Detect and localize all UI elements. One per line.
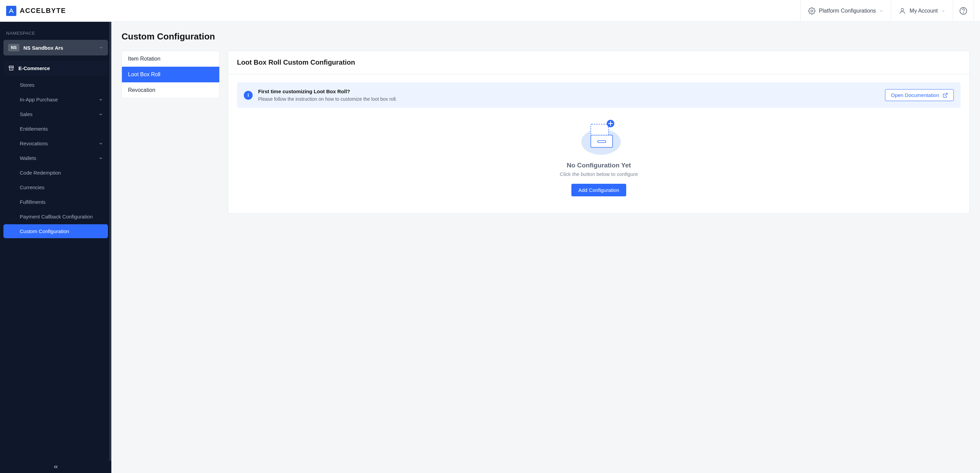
open-documentation-label: Open Documentation <box>891 92 939 98</box>
sidebar-item-label: Revocations <box>20 141 48 146</box>
my-account-menu[interactable]: My Account <box>891 0 953 22</box>
sidebar-item-custom-configuration[interactable]: Custom Configuration <box>3 224 108 238</box>
info-title: First time customizing Loot Box Roll? <box>258 89 880 94</box>
sidebar-item-label: Wallets <box>20 155 37 161</box>
sidebar-item-label: Fulfillments <box>20 199 46 205</box>
info-description: Please follow the instruction on how to … <box>258 96 880 102</box>
empty-state-description: Click the button below to configure <box>235 171 963 177</box>
help-button[interactable] <box>953 0 974 22</box>
tab-item-rotation[interactable]: Item Rotation <box>122 51 219 67</box>
sidebar-item-label: Entitlements <box>20 126 48 132</box>
sidebar-item-label: In-App Purchase <box>20 97 58 102</box>
sidebar-item-label: Payment Callback Configuration <box>20 214 92 219</box>
user-icon <box>899 7 906 14</box>
svg-point-3 <box>963 12 963 13</box>
sidebar-item-revocations[interactable]: Revocations <box>3 137 108 151</box>
sidebar-item-label: Custom Configuration <box>20 229 69 234</box>
sidebar-section-ecommerce: E-Commerce <box>3 60 108 76</box>
sidebar-item-payment-callback-configuration[interactable]: Payment Callback Configuration <box>3 210 108 224</box>
tab-revocation[interactable]: Revocation <box>122 83 219 98</box>
svg-rect-7 <box>591 124 608 135</box>
external-link-icon <box>943 92 948 98</box>
empty-state-title: No Configuration Yet <box>235 162 963 169</box>
sidebar-scrollbar[interactable] <box>109 22 111 461</box>
sidebar-item-label: Sales <box>20 111 33 117</box>
chevron-down-icon <box>99 141 103 146</box>
sidebar: NAMESPACE NS NS Sandbox Ars E-Commerce S… <box>0 22 111 473</box>
chevron-down-icon <box>99 156 103 160</box>
gear-icon <box>808 7 816 14</box>
svg-point-0 <box>811 10 813 12</box>
add-configuration-button[interactable]: Add Configuration <box>571 184 626 196</box>
my-account-label: My Account <box>910 8 938 14</box>
namespace-selector[interactable]: NS NS Sandbox Ars <box>3 40 108 56</box>
sidebar-item-label: Code Redemption <box>20 170 61 176</box>
sidebar-item-entitlements[interactable]: Entitlements <box>3 122 108 136</box>
svg-line-4 <box>945 93 947 95</box>
sidebar-section-header-ecommerce[interactable]: E-Commerce <box>3 60 108 76</box>
empty-illustration <box>575 118 623 156</box>
platform-configurations-menu[interactable]: Platform Configurations <box>800 0 891 22</box>
sidebar-item-in-app-purchase[interactable]: In-App Purchase <box>3 92 108 106</box>
platform-configurations-label: Platform Configurations <box>819 8 876 14</box>
chevron-down-icon <box>99 97 103 102</box>
namespace-badge: NS <box>8 44 19 51</box>
empty-state: No Configuration Yet Click the button be… <box>228 108 969 213</box>
sidebar-item-code-redemption[interactable]: Code Redemption <box>3 166 108 180</box>
main-content: Custom Configuration Item RotationLoot B… <box>111 22 980 473</box>
sidebar-item-wallets[interactable]: Wallets <box>3 151 108 165</box>
chevron-down-icon <box>879 9 883 13</box>
content-title: Loot Box Roll Custom Configuration <box>237 59 961 67</box>
chevron-double-left-icon <box>53 464 59 470</box>
sidebar-item-label: Stores <box>20 82 34 88</box>
help-icon <box>959 7 967 15</box>
sidebar-section-label: E-Commerce <box>18 65 50 71</box>
open-documentation-button[interactable]: Open Documentation <box>885 89 954 101</box>
sidebar-item-stores[interactable]: Stores <box>3 78 108 92</box>
info-banner: i First time customizing Loot Box Roll? … <box>237 83 961 108</box>
brand-text: ACCELBYTE <box>20 7 66 14</box>
page-title: Custom Configuration <box>122 31 970 42</box>
svg-point-1 <box>901 8 904 11</box>
sidebar-collapse-button[interactable] <box>0 461 111 473</box>
chevron-down-icon <box>941 9 945 13</box>
svg-point-2 <box>960 8 967 14</box>
sidebar-item-fulfillments[interactable]: Fulfillments <box>3 195 108 209</box>
chevron-down-icon <box>99 112 103 117</box>
config-content-card: Loot Box Roll Custom Configuration i Fir… <box>228 51 970 214</box>
brand-logo[interactable]: ACCELBYTE <box>6 6 66 16</box>
info-icon: i <box>244 91 253 100</box>
config-tabs: Item RotationLoot Box RollRevocation <box>122 51 220 98</box>
sidebar-item-currencies[interactable]: Currencies <box>3 180 108 194</box>
store-icon <box>8 65 14 71</box>
brand-mark-icon <box>6 6 16 16</box>
sidebar-item-label: Currencies <box>20 184 45 190</box>
sidebar-item-sales[interactable]: Sales <box>3 107 108 121</box>
top-header: ACCELBYTE Platform Configurations My Acc… <box>0 0 980 22</box>
svg-rect-8 <box>598 141 606 143</box>
tab-loot-box-roll[interactable]: Loot Box Roll <box>122 67 219 83</box>
namespace-label: NAMESPACE <box>3 27 108 40</box>
chevron-down-icon <box>99 46 103 50</box>
namespace-name: NS Sandbox Ars <box>24 45 95 51</box>
